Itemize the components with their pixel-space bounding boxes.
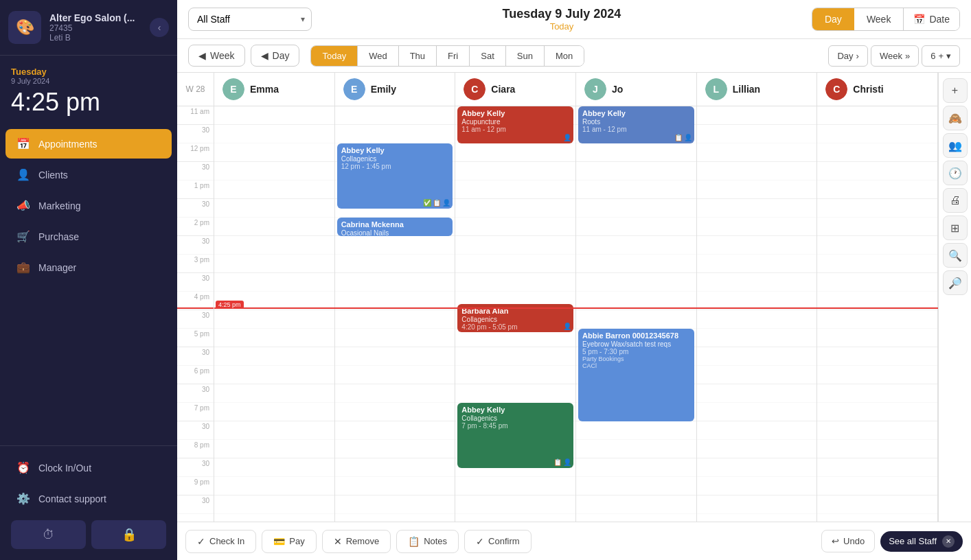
clock-in-out-btn[interactable]: ⏰ Clock In/Out — [5, 453, 172, 482]
people-btn[interactable]: 👥 — [943, 133, 968, 158]
staff-col-emily: E Emily — [335, 73, 456, 106]
tab-wed[interactable]: Wed — [358, 46, 399, 66]
time-row — [697, 477, 817, 495]
sidebar-collapse-btn[interactable]: ‹ — [150, 18, 169, 37]
contact-support-btn[interactable]: ⚙️ Contact support — [5, 484, 172, 513]
time-row — [576, 495, 696, 514]
user-name: Leti B — [49, 33, 135, 43]
staff-column-3[interactable]: Abbey KellyRoots11 am - 12 pm📋👤Abbie Bar… — [576, 106, 697, 560]
remove-label: Remove — [346, 536, 379, 546]
footer-btn-2[interactable]: 🔒 — [91, 520, 166, 549]
today-label[interactable]: Today — [320, 21, 803, 32]
zoom-out-btn[interactable]: 🔍 — [943, 243, 968, 268]
time-label: 7 pm — [177, 403, 214, 421]
tab-mon[interactable]: Mon — [545, 46, 584, 66]
staff-column-2[interactable]: Abbey KellyAcupuncture11 am - 12 pm👤Barb… — [455, 106, 576, 560]
time-label: 30 — [177, 421, 214, 440]
time-row — [455, 199, 575, 218]
sidebar-item-clients[interactable]: 👤 Clients — [5, 160, 172, 189]
sidebar-item-purchase[interactable]: 🛒 Purchase — [5, 222, 172, 251]
appointment-block[interactable]: Abbey KellyCollagenics12 pm - 1:45 pm✅📋👤 — [337, 143, 453, 209]
staff-select-wrap: All Staff — [188, 8, 312, 31]
time-row — [697, 329, 817, 347]
time-column: 11 am3012 pm301 pm302 pm303 pm304 pm305 … — [177, 106, 214, 560]
tab-thu[interactable]: Thu — [399, 46, 437, 66]
appointment-block[interactable]: Abbie Barron 00012345678Eyebrow Wax/satc… — [578, 329, 694, 421]
time-row — [817, 329, 937, 347]
staff-column-5[interactable] — [817, 106, 938, 560]
time-row — [697, 421, 817, 440]
check-in-btn[interactable]: ✓ Check In — [185, 530, 256, 553]
time-row — [455, 495, 575, 514]
view-date-btn[interactable]: 📅 Date — [903, 8, 959, 30]
tab-sat[interactable]: Sat — [470, 46, 506, 66]
sidebar-bottom: ⏰ Clock In/Out ⚙️ Contact support ⏱ 🔒 — [0, 445, 177, 560]
pay-btn[interactable]: 💳 Pay — [262, 530, 316, 553]
manager-icon: 💼 — [16, 261, 30, 274]
right-num-btn[interactable]: 6 + ▾ — [922, 45, 960, 67]
appt-service: Eyebrow Wax/satch test reqs — [582, 340, 690, 348]
notes-btn[interactable]: 📋 Notes — [396, 530, 459, 553]
staff-column-1[interactable]: Abbey KellyCollagenics12 pm - 1:45 pm✅📋👤… — [335, 106, 456, 560]
appt-service: Acupuncture — [461, 118, 569, 126]
appointment-block[interactable]: Cabrina MckennaOcasional Nails2 pm - 2:3… — [337, 218, 453, 236]
time-row — [697, 495, 817, 514]
time-row — [335, 125, 455, 143]
sidebar-item-appointments[interactable]: 📅 Appointments — [5, 129, 172, 159]
calendar-wrapper: W 28 E Emma E Emily C C — [177, 73, 971, 560]
add-btn[interactable]: + — [943, 78, 968, 103]
time-col-current-line — [177, 307, 214, 309]
tab-sun[interactable]: Sun — [506, 46, 545, 66]
double-chevron-icon: » — [905, 51, 910, 61]
see-all-staff-btn[interactable]: See all Staff ✕ — [880, 531, 963, 552]
print-btn[interactable]: 🖨 — [943, 188, 968, 213]
week-nav-label: Week — [210, 50, 235, 61]
avatar-jo: J — [584, 78, 606, 100]
staff-column-4[interactable] — [697, 106, 818, 560]
time-row — [214, 366, 334, 384]
view-toggle: Day Week 📅 Date — [812, 8, 960, 31]
appointment-block[interactable]: Abbey KellyAcupuncture11 am - 12 pm👤 — [457, 106, 573, 143]
avatar-emily-img: E — [343, 78, 365, 100]
remove-btn[interactable]: ✕ Remove — [322, 530, 391, 553]
confirm-btn[interactable]: ✓ Confirm — [464, 530, 532, 553]
time-row — [697, 273, 817, 292]
time-row — [335, 236, 455, 255]
right-day-btn[interactable]: Day › — [828, 45, 867, 67]
hide-btn[interactable]: 🙈 — [943, 106, 968, 130]
time-row — [817, 347, 937, 366]
appointment-block[interactable]: Abbey KellyRoots11 am - 12 pm📋👤 — [578, 106, 694, 143]
time-row — [214, 440, 334, 458]
undo-btn[interactable]: ↩ Undo — [821, 530, 875, 552]
staff-column-0[interactable] — [214, 106, 335, 560]
sidebar-item-marketing[interactable]: 📣 Marketing — [5, 191, 172, 220]
time-row — [455, 347, 575, 366]
footer-btn-1[interactable]: ⏱ — [11, 520, 86, 549]
appt-service: Collagenics — [461, 415, 569, 422]
grid-btn[interactable]: ⊞ — [943, 215, 968, 240]
staff-select[interactable]: All Staff — [188, 8, 312, 31]
appt-extra: Party Bookings CACl — [582, 355, 690, 369]
right-week-btn[interactable]: Week » — [871, 45, 919, 67]
zoom-in-btn[interactable]: 🔎 — [943, 270, 968, 295]
view-week-btn[interactable]: Week — [854, 8, 904, 30]
pay-icon: 💳 — [273, 536, 285, 547]
sidebar-item-manager[interactable]: 💼 Manager — [5, 253, 172, 282]
view-day-btn[interactable]: Day — [812, 8, 854, 30]
appointment-block[interactable]: Barbara AlanCollagenics4:20 pm - 5:05 pm… — [457, 304, 573, 332]
tab-fri[interactable]: Fri — [437, 46, 470, 66]
tab-today[interactable]: Today — [311, 46, 358, 66]
appointment-block[interactable]: Abbey KellyCollagenics7 pm - 8:45 pm📋👤 — [457, 403, 573, 468]
appt-time: 4:20 pm - 5:05 pm — [461, 323, 569, 331]
current-time-badge: 4:25 pm — [216, 301, 244, 309]
time-row — [817, 458, 937, 477]
nav-prev-day-btn[interactable]: ◀ Day — [251, 45, 300, 67]
time-label: 30 — [177, 273, 214, 292]
nav-prev-week-btn[interactable]: ◀ Week — [188, 45, 245, 67]
time-row — [576, 310, 696, 329]
avatar-emily: E — [343, 78, 365, 100]
history-btn[interactable]: 🕐 — [943, 161, 968, 185]
time-label: 30 — [177, 125, 214, 143]
staff-name-ciara: Ciara — [491, 84, 515, 95]
time-row — [455, 236, 575, 255]
